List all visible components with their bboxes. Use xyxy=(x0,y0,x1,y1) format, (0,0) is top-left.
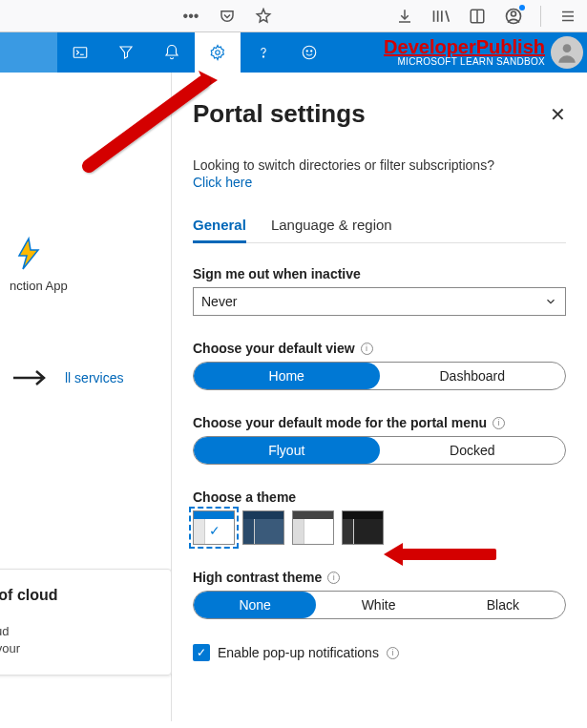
contrast-none[interactable]: None xyxy=(194,592,316,618)
notifications-button[interactable] xyxy=(149,32,195,73)
arrow-right-icon xyxy=(11,368,50,387)
menu-mode-flyout[interactable]: Flyout xyxy=(194,437,380,464)
pocket-icon[interactable] xyxy=(218,7,237,26)
svg-point-6 xyxy=(303,46,316,59)
theme-label: Choose a theme xyxy=(193,489,566,505)
info-card: s of cloud loud n your xyxy=(0,569,172,676)
contrast-label: High contrast theme i xyxy=(193,570,566,585)
theme-option-dark[interactable] xyxy=(342,510,384,545)
contrast-segmented: None White Black xyxy=(193,591,566,619)
menu-mode-docked[interactable]: Docked xyxy=(380,437,566,464)
theme-option-blue[interactable] xyxy=(242,510,284,545)
popups-label: Enable pop-up notifications xyxy=(218,645,379,660)
menu-mode-segmented: Flyout Docked xyxy=(193,436,566,465)
panel-title: Portal settings xyxy=(193,99,366,129)
star-icon[interactable] xyxy=(254,7,273,26)
signout-value: Never xyxy=(201,294,237,309)
theme-option-grey[interactable] xyxy=(292,510,334,545)
more-icon[interactable]: ••• xyxy=(181,7,200,26)
menu-icon[interactable] xyxy=(558,7,577,26)
directory-hint: Looking to switch directories or filter … xyxy=(193,157,566,173)
divider xyxy=(540,6,541,27)
tenant-label: MICROSOFT LEARN SANDBOX xyxy=(397,56,545,68)
account-icon[interactable] xyxy=(504,7,523,26)
svg-point-8 xyxy=(311,51,312,52)
search-area[interactable] xyxy=(0,32,57,73)
brand-watermark: DeveloperPublish xyxy=(384,37,545,56)
all-services-link[interactable]: ll services xyxy=(65,370,123,385)
default-view-dashboard[interactable]: Dashboard xyxy=(380,363,566,389)
svg-point-7 xyxy=(306,51,307,52)
close-button[interactable]: ✕ xyxy=(550,103,566,126)
info-icon[interactable]: i xyxy=(387,647,399,659)
cloud-shell-button[interactable] xyxy=(57,32,103,73)
feedback-button[interactable] xyxy=(286,32,332,73)
tab-language-region[interactable]: Language & region xyxy=(271,217,392,242)
left-column: nction App ll services s of cloud loud n… xyxy=(0,73,172,721)
avatar[interactable] xyxy=(551,36,583,69)
settings-button[interactable] xyxy=(195,32,241,73)
download-icon[interactable] xyxy=(395,7,414,26)
info-icon[interactable]: i xyxy=(361,343,373,355)
popups-row: ✓ Enable pop-up notifications i xyxy=(193,644,566,661)
tab-general[interactable]: General xyxy=(193,217,246,243)
svg-point-9 xyxy=(563,44,572,52)
portal-settings-panel: Portal settings ✕ Looking to switch dire… xyxy=(172,73,587,728)
info-icon[interactable]: i xyxy=(493,417,505,429)
svg-point-4 xyxy=(216,51,220,55)
svg-point-5 xyxy=(262,56,263,57)
azure-topbar: DeveloperPublish MICROSOFT LEARN SANDBOX xyxy=(0,32,587,73)
svg-point-2 xyxy=(512,11,516,16)
popups-checkbox[interactable]: ✓ xyxy=(193,644,210,661)
contrast-black[interactable]: Black xyxy=(441,592,565,618)
function-app-label: nction App xyxy=(10,279,68,293)
help-button[interactable] xyxy=(241,32,286,73)
signout-label: Sign me out when inactive xyxy=(193,266,566,281)
theme-picker: ✓ xyxy=(193,510,566,545)
function-app-tile[interactable]: nction App xyxy=(10,235,68,293)
card-line: n your xyxy=(0,640,157,657)
contrast-white[interactable]: White xyxy=(316,592,440,618)
tabs: General Language & region xyxy=(193,217,566,243)
svg-rect-3 xyxy=(73,48,87,58)
theme-option-light[interactable]: ✓ xyxy=(193,510,235,545)
reader-icon[interactable] xyxy=(468,7,487,26)
default-view-segmented: Home Dashboard xyxy=(193,362,566,390)
card-title: s of cloud xyxy=(0,587,157,604)
signout-select[interactable]: Never xyxy=(193,287,566,316)
default-view-label: Choose your default view i xyxy=(193,341,566,356)
default-view-home[interactable]: Home xyxy=(194,363,380,389)
browser-toolbar: ••• xyxy=(0,0,587,32)
card-line: loud xyxy=(0,623,157,640)
library-icon[interactable] xyxy=(431,7,451,26)
menu-mode-label: Choose your default mode for the portal … xyxy=(193,415,566,430)
check-icon: ✓ xyxy=(209,523,220,538)
directory-hint-link[interactable]: Click here xyxy=(193,175,566,190)
info-icon[interactable]: i xyxy=(327,572,340,584)
chevron-down-icon xyxy=(544,295,557,308)
directory-filter-button[interactable] xyxy=(103,32,149,73)
